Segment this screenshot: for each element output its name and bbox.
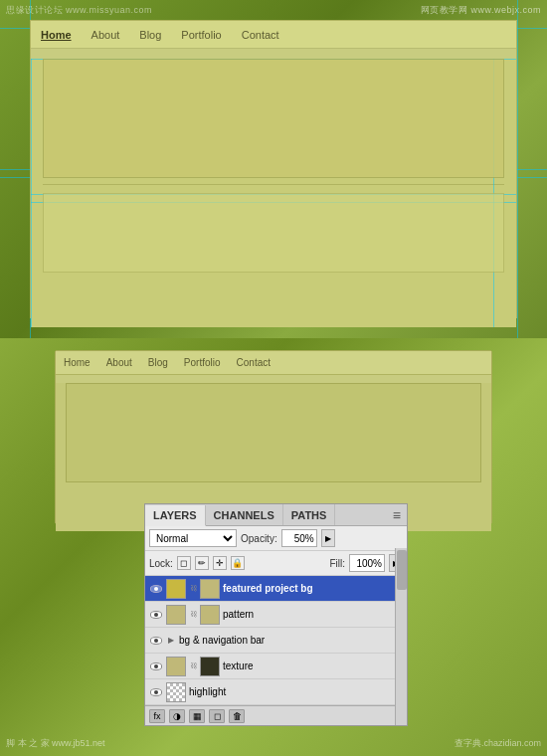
fill-input[interactable]: [349, 554, 385, 572]
top-divider: [43, 184, 504, 185]
layer-3-thumb1: [166, 657, 186, 676]
layer-0-eye[interactable]: [149, 582, 163, 596]
layer-1-name: pattern: [223, 609, 391, 620]
browser-preview-bottom: Home About Blog Portfolio Contact: [55, 350, 492, 524]
eye-icon-4: [150, 688, 162, 696]
top-hero-block: [43, 59, 504, 178]
layer-3-name: texture: [223, 661, 390, 671]
top-nav-bar: Home About Blog Portfolio Contact: [31, 21, 516, 49]
layer-2-eye[interactable]: [149, 634, 163, 648]
browser-preview-top: Home About Blog Portfolio Contact: [30, 20, 517, 318]
footer-icon-group[interactable]: ▦: [189, 709, 205, 723]
lock-transparency-icon[interactable]: ◻: [177, 556, 191, 570]
top-nav-about[interactable]: About: [91, 29, 120, 41]
layer-row-0[interactable]: ⛓ featured project bg: [145, 576, 407, 602]
eye-icon-0: [150, 585, 162, 593]
layers-menu-icon[interactable]: ≡: [387, 507, 407, 523]
top-browser-content: [31, 59, 516, 327]
watermark-bottom-right: 查字典.chazidian.com: [455, 737, 541, 750]
layer-2-triangle[interactable]: ▶: [166, 636, 176, 646]
layers-footer: fx ◑ ▦ ◻ 🗑: [145, 705, 407, 725]
lock-all-icon[interactable]: 🔒: [231, 556, 245, 570]
watermark-top-left: 思缘设计论坛 www.missyuan.com: [6, 4, 152, 17]
guide-line-v2: [517, 0, 518, 338]
top-nav-home[interactable]: Home: [41, 29, 72, 41]
layer-0-name: featured project bg: [223, 583, 403, 594]
layer-0-link: ⛓: [189, 585, 197, 593]
layer-4-name: highlight: [189, 686, 403, 697]
layer-3-thumb2: [200, 657, 220, 676]
lock-fill-row: Lock: ◻ ✏ ✛ 🔒 Fill: ▶: [145, 551, 407, 576]
layer-row-4[interactable]: highlight: [145, 679, 407, 705]
lock-move-icon[interactable]: ✛: [213, 556, 227, 570]
opacity-arrow[interactable]: ▶: [321, 529, 335, 547]
scrollbar-thumb: [397, 550, 407, 590]
layer-3-link: ⛓: [189, 662, 197, 670]
layer-0-thumb1: [166, 579, 186, 599]
tab-channels[interactable]: CHANNELS: [206, 504, 283, 525]
top-content-block: [43, 193, 504, 273]
layer-0-thumb2: [200, 579, 220, 599]
fill-label: Fill:: [329, 558, 345, 569]
lock-label: Lock:: [149, 558, 173, 569]
top-nav-portfolio[interactable]: Portfolio: [181, 29, 221, 41]
tab-paths[interactable]: PATHS: [283, 504, 336, 525]
top-nav-blog[interactable]: Blog: [139, 29, 161, 41]
bottom-nav-about[interactable]: About: [106, 357, 132, 368]
layers-tabs-row: LAYERS CHANNELS PATHS ≡: [145, 504, 407, 526]
layer-row-2[interactable]: ▶ bg & navigation bar: [145, 628, 407, 654]
layer-1-eye[interactable]: [149, 608, 163, 622]
layer-4-thumb1: [166, 682, 186, 702]
opacity-label: Opacity:: [241, 533, 277, 544]
layer-2-name: bg & navigation bar: [179, 635, 403, 646]
layers-scrollbar[interactable]: [395, 548, 407, 725]
layer-1-link: ⛓: [189, 611, 197, 619]
tab-layers[interactable]: LAYERS: [145, 505, 206, 526]
lock-paint-icon[interactable]: ✏: [195, 556, 209, 570]
eye-icon-3: [150, 662, 162, 670]
footer-icon-fx[interactable]: fx: [149, 709, 165, 723]
layer-row-1[interactable]: ⛓ pattern fx: [145, 602, 407, 628]
bottom-nav-home[interactable]: Home: [64, 357, 91, 368]
blend-mode-select[interactable]: Normal Multiply Screen Overlay: [149, 529, 237, 547]
top-nav-contact[interactable]: Contact: [242, 29, 279, 41]
layers-panel: LAYERS CHANNELS PATHS ≡ Normal Multiply …: [144, 503, 408, 726]
layer-1-thumb1: [166, 605, 186, 625]
eye-icon-2: [150, 637, 162, 645]
bottom-nav-contact[interactable]: Contact: [237, 357, 271, 368]
layer-1-thumb2: [200, 605, 220, 625]
eye-icon-1: [150, 611, 162, 619]
footer-icon-new-layer[interactable]: ◻: [209, 709, 225, 723]
layer-row-3[interactable]: ⛓ texture ⊙: [145, 654, 407, 679]
footer-icon-new-fill[interactable]: ◑: [169, 709, 185, 723]
bottom-nav-bar: Home About Blog Portfolio Contact: [56, 351, 491, 375]
footer-icon-delete[interactable]: 🗑: [229, 709, 245, 723]
watermark-bottom-left: 脚 本 之 家 www.jb51.net: [6, 737, 105, 750]
bottom-nav-blog[interactable]: Blog: [148, 357, 168, 368]
bottom-nav-portfolio[interactable]: Portfolio: [184, 357, 221, 368]
layer-3-eye[interactable]: [149, 660, 163, 673]
browser-guide-v1: [31, 59, 32, 327]
blend-opacity-row: Normal Multiply Screen Overlay Opacity: …: [145, 526, 407, 551]
top-canvas-area: 思缘设计论坛 www.missyuan.com 网页教学网 www.webjx.…: [0, 0, 547, 338]
layer-4-eye[interactable]: [149, 685, 163, 699]
watermark-top-right: 网页教学网 www.webjx.com: [421, 4, 541, 17]
opacity-input[interactable]: [281, 529, 317, 547]
bottom-hero-block: [66, 383, 481, 482]
bottom-canvas-area: 脚 本 之 家 www.jb51.net 查字典.chazidian.com H…: [0, 338, 547, 756]
